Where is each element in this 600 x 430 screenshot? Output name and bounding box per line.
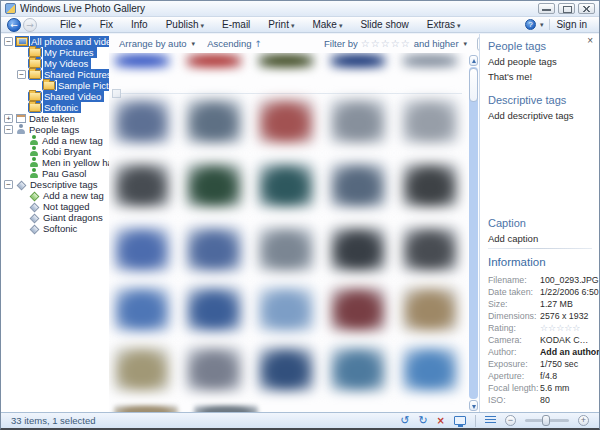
thumbnail[interactable] [186, 163, 242, 207]
thumbnail[interactable] [258, 99, 314, 143]
thumbnail[interactable] [258, 347, 314, 391]
thumbnail[interactable] [258, 227, 314, 271]
tree-item-descriptive-tags[interactable]: −Descriptive tags [1, 179, 109, 190]
close-panel-icon[interactable]: × [587, 36, 593, 46]
thumbnail[interactable] [114, 405, 178, 412]
thumbnail[interactable] [330, 347, 386, 391]
arrange-by-dropdown[interactable]: Arrange by auto ▾ [119, 38, 195, 49]
add-caption-link[interactable]: Add caption [488, 233, 592, 244]
add-author-link[interactable]: Add an author [540, 346, 600, 358]
thumbnail[interactable] [186, 287, 242, 331]
thumbnail[interactable] [258, 53, 314, 68]
slideshow-screen-icon[interactable] [454, 416, 466, 425]
tree-item-people-tags[interactable]: −People tags [1, 124, 109, 135]
information-heading: Information [488, 256, 592, 268]
thumbnail[interactable] [330, 163, 386, 207]
tree-item-giant-dragons[interactable]: Giant dragons [1, 212, 109, 223]
tree-item-not-tagged[interactable]: Not tagged [1, 201, 109, 212]
rotate-ccw-icon[interactable]: ↺ [400, 415, 409, 427]
delete-icon[interactable]: × [437, 415, 445, 427]
zoom-slider-thumb[interactable] [542, 415, 550, 426]
collapse-icon[interactable]: − [4, 125, 13, 134]
scroll-up-icon[interactable] [469, 55, 478, 66]
thumbnail[interactable] [402, 99, 458, 143]
collapse-icon[interactable]: − [17, 70, 26, 79]
person-icon [29, 147, 39, 156]
zoom-out-icon[interactable]: − [505, 415, 516, 426]
thumbnail[interactable] [114, 227, 170, 271]
thumbnail[interactable] [186, 227, 242, 271]
thumbnail[interactable] [402, 163, 458, 207]
sign-in-button[interactable]: Sign in [549, 19, 593, 30]
forward-button[interactable]: → [23, 18, 37, 32]
tree-item-softonic-folder[interactable]: Softonic [1, 102, 109, 113]
menu-slideshow[interactable]: Slide show [351, 18, 417, 31]
info-row-rating: Rating:☆☆☆☆☆ [488, 322, 592, 334]
collapse-icon[interactable]: − [4, 37, 13, 46]
maximize-icon[interactable] [558, 3, 575, 14]
sort-direction-button[interactable]: Ascending ↑ [207, 38, 262, 49]
thumbnail[interactable] [194, 405, 258, 412]
tree-item-shared-pictures[interactable]: −Shared Pictures [1, 69, 109, 80]
zoom-slider[interactable] [525, 419, 569, 422]
tree-item-all-photos[interactable]: −All photos and videos [1, 36, 109, 47]
rotate-cw-icon[interactable]: ↻ [418, 415, 427, 427]
menu-publish[interactable]: Publish▾ [157, 18, 213, 31]
view-mode-icon[interactable] [485, 416, 496, 425]
menu-make[interactable]: Make▾ [303, 18, 351, 31]
thats-me-link[interactable]: That's me! [488, 71, 591, 82]
zoom-in-icon[interactable]: + [578, 415, 589, 426]
tree-item-kobi-bryant[interactable]: Kobi Bryant [1, 146, 109, 157]
tree-item-shared-video[interactable]: Shared Video [1, 91, 109, 102]
thumbnail[interactable] [186, 347, 242, 391]
add-descriptive-tags-link[interactable]: Add descriptive tags [488, 110, 591, 121]
thumbnail[interactable] [402, 227, 458, 271]
tree-item-softonic-tag[interactable]: Softonic [1, 223, 109, 234]
thumbnail[interactable] [186, 53, 242, 68]
thumbnail[interactable] [258, 287, 314, 331]
tree-item-pau-gasol[interactable]: Pau Gasol [1, 168, 109, 179]
thumbnail[interactable] [114, 347, 170, 391]
scrollbar-thumb[interactable] [469, 68, 478, 102]
thumbnail[interactable] [114, 99, 170, 143]
menu-fix[interactable]: Fix [91, 18, 122, 31]
star-rating-icons[interactable]: ☆☆☆☆☆ [361, 38, 411, 49]
tree-item-add-descriptive-tag[interactable]: Add a new tag [1, 190, 109, 201]
close-window-icon[interactable] [578, 3, 595, 14]
scroll-down-icon[interactable] [469, 400, 478, 411]
tree-item-add-people-tag[interactable]: Add a new tag [1, 135, 109, 146]
filter-by-rating[interactable]: Filter by ☆☆☆☆☆ and higher ▾ [324, 38, 467, 49]
thumbnail[interactable] [114, 53, 170, 68]
thumbnail[interactable] [402, 53, 458, 68]
thumbnail[interactable] [258, 163, 314, 207]
collapse-icon[interactable]: − [4, 180, 13, 189]
expand-icon[interactable]: + [4, 114, 13, 123]
thumbnail[interactable] [114, 163, 170, 207]
star-rating-icons[interactable]: ☆☆☆☆☆ [540, 322, 580, 334]
tree-item-men-in-yellow-hats[interactable]: Men in yellow hats [1, 157, 109, 168]
menu-extras[interactable]: Extras▾ [418, 18, 470, 31]
thumbnail[interactable] [330, 227, 386, 271]
add-people-tags-link[interactable]: Add people tags [488, 56, 591, 67]
thumbnail[interactable] [114, 287, 170, 331]
tree-item-my-videos[interactable]: My Videos [1, 58, 109, 69]
thumbnail[interactable] [402, 347, 458, 391]
tree-item-date-taken[interactable]: +Date taken [1, 113, 109, 124]
vertical-scrollbar[interactable] [469, 55, 478, 411]
menu-print[interactable]: Print▾ [259, 18, 303, 31]
menu-info[interactable]: Info [122, 18, 157, 31]
minimize-icon[interactable] [538, 3, 555, 14]
back-button[interactable]: ← [7, 18, 21, 32]
menu-file[interactable]: File▾ [51, 18, 91, 31]
main-area: −All photos and videos My Pictures My Vi… [1, 34, 599, 412]
tree-item-sample-pictures[interactable]: Sample Pictures [1, 80, 109, 91]
thumbnail[interactable] [330, 53, 386, 68]
thumbnail[interactable] [186, 99, 242, 143]
scrollbar-track[interactable] [469, 67, 478, 399]
tree-item-my-pictures[interactable]: My Pictures [1, 47, 109, 58]
menu-email[interactable]: E-mail [213, 18, 259, 31]
help-menu[interactable]: ? ▾ [525, 19, 544, 30]
thumbnail[interactable] [330, 287, 386, 331]
thumbnail[interactable] [402, 287, 458, 331]
thumbnail[interactable] [330, 99, 386, 143]
